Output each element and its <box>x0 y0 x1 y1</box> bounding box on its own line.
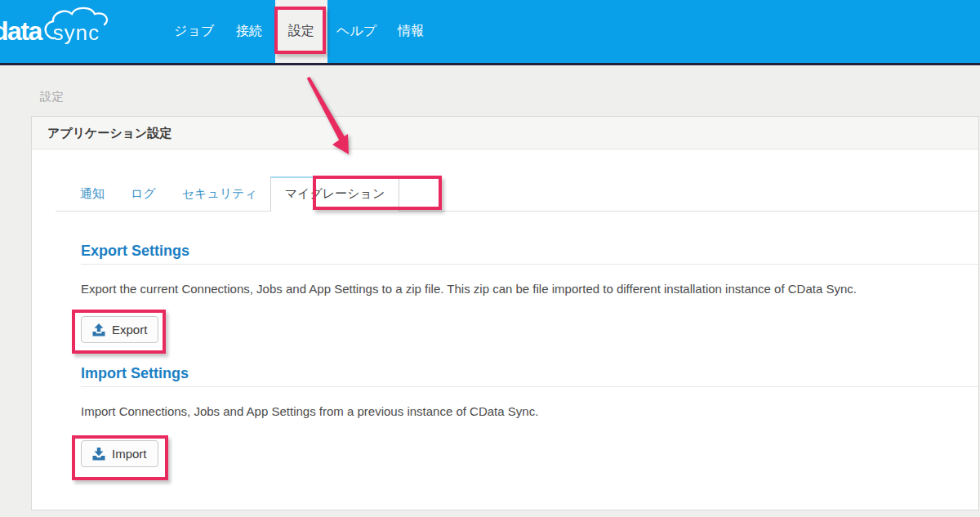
nav-item-help[interactable]: ヘルプ <box>336 0 376 63</box>
import-settings-description: Import Connections, Jobs and App Setting… <box>81 404 978 418</box>
logo-text-data: data <box>0 17 42 48</box>
download-icon <box>92 448 105 461</box>
nav-item-settings[interactable]: 設定 <box>275 0 327 63</box>
breadcrumb: 設定 <box>40 89 64 105</box>
application-settings-card: アプリケーション設定 通知 ログ セキュリティ マイグレーション Export … <box>31 116 979 510</box>
nav-item-help-label: ヘルプ <box>336 23 376 40</box>
nav-item-info-label: 情報 <box>398 23 424 40</box>
nav-item-connections-label: 接続 <box>236 23 262 40</box>
nav-item-settings-label: 設定 <box>288 23 314 40</box>
logo-text-sync: sync <box>53 20 100 45</box>
import-button[interactable]: Import <box>81 440 158 467</box>
export-settings-description: Export the current Connections, Jobs and… <box>81 282 978 296</box>
nav-item-jobs[interactable]: ジョブ <box>174 0 214 63</box>
card-title: アプリケーション設定 <box>32 117 978 149</box>
tab-security[interactable]: セキュリティ <box>169 177 270 211</box>
nav-item-jobs-label: ジョブ <box>174 23 214 40</box>
cdata-sync-logo[interactable]: data sync <box>0 17 100 48</box>
nav-item-connections[interactable]: 接続 <box>236 0 262 63</box>
tab-notifications[interactable]: 通知 <box>67 177 118 211</box>
app-header: data sync ジョブ 接続 設定 ヘルプ 情報 <box>0 0 980 65</box>
divider <box>81 264 978 265</box>
upload-icon <box>92 323 105 336</box>
settings-tabs: 通知 ログ セキュリティ マイグレーション <box>56 176 978 212</box>
import-settings-title: Import Settings <box>81 365 978 382</box>
import-button-label: Import <box>112 447 147 461</box>
nav-item-info[interactable]: 情報 <box>398 0 424 63</box>
tab-migration[interactable]: マイグレーション <box>270 176 399 212</box>
export-button-label: Export <box>112 323 147 336</box>
tab-logging[interactable]: ログ <box>118 177 169 211</box>
divider <box>81 386 978 387</box>
export-button[interactable]: Export <box>81 316 158 343</box>
migration-tab-panel: Export Settings Export the current Conne… <box>32 212 978 467</box>
export-settings-title: Export Settings <box>81 243 978 260</box>
